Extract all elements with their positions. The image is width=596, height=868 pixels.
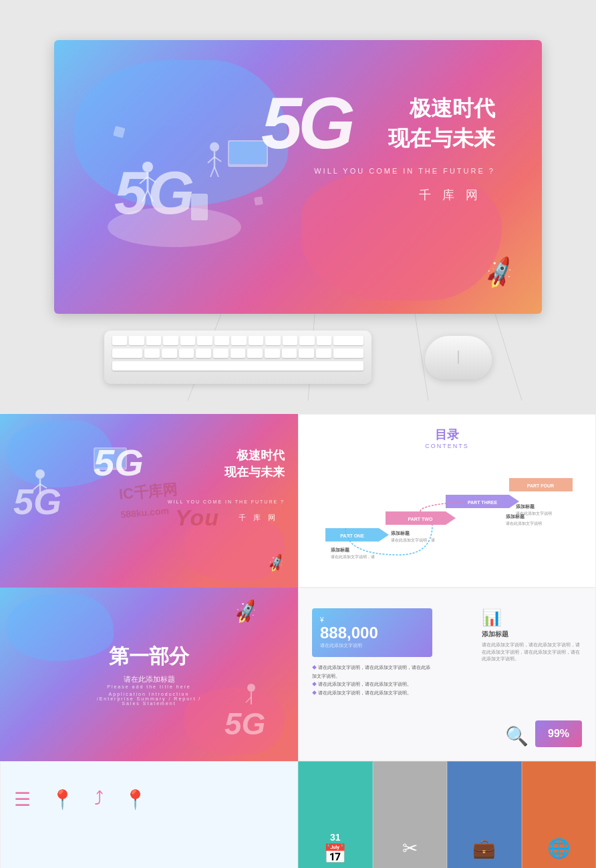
svg-line-45 <box>246 697 251 702</box>
svg-point-43 <box>247 684 255 692</box>
hero-subtitle-en: WILL YOU COME IN THE FUTURE ? <box>314 167 495 175</box>
scissors-icon: ✂ <box>402 837 418 859</box>
part1-rocket-icon: 🚀 <box>232 598 260 626</box>
key <box>214 336 229 345</box>
svg-text:添加标题: 添加标题 <box>391 530 410 535</box>
data-bullets: 请在此添加文字说明，请在此添加文字说明，请在此添加文字说明。 请在此添加文字说明… <box>312 664 432 697</box>
bottom-left-content: ☰ 📍 ⤴ 📍 <box>1 762 297 824</box>
key <box>112 336 127 345</box>
percent-box: 99% <box>535 720 582 747</box>
part1-en-subtitle: Application Introduction /Enterprise Sum… <box>89 692 209 706</box>
cell-briefcase: 💼 <box>447 761 522 868</box>
svg-line-12 <box>210 167 214 177</box>
hero-brand: 千 库 网 <box>419 187 482 203</box>
svg-text:5G: 5G <box>225 706 265 741</box>
svg-point-24 <box>35 469 45 479</box>
bottom-right-grid: 31 📅 ✂ 💼 🌐 <box>298 761 596 868</box>
svg-text:5G: 5G <box>114 160 194 226</box>
key <box>299 336 314 345</box>
spacebar-key <box>112 361 363 371</box>
key <box>163 336 178 345</box>
part1-sub-title: 请在此添加标题 <box>89 674 209 684</box>
mini-brand: 千 库 网 <box>239 513 278 523</box>
key <box>333 349 363 358</box>
bullet-2: 请在此添加文字说明，请在此添加文字说明。 <box>312 680 432 689</box>
svg-text:5G: 5G <box>13 481 61 521</box>
globe-icon: 🌐 <box>547 837 571 859</box>
mini-title-cn: 极速时代 现在与未来 <box>225 447 285 481</box>
slide-thumb-part1[interactable]: 🚀 5G 第一部分 请在此添加标题 Please add the title h… <box>0 588 298 761</box>
mini-blob2 <box>184 514 285 581</box>
key <box>283 336 297 345</box>
slide-thumb-bottom-left[interactable]: ☰ 📍 ⤴ 📍 <box>0 761 298 868</box>
contents-title: 目录 CONTENTS <box>425 427 469 449</box>
list-icon: ☰ <box>14 789 31 811</box>
data-right-panel: 📊 添加标题 请在此添加文字说明，请在此添加文字说明，请在此添加文字说明，请在此… <box>482 608 582 663</box>
yuan-amount: 888,000 <box>320 624 424 642</box>
hero-title-cn: 极速时代 现在与未来 <box>388 93 495 154</box>
key <box>146 336 161 345</box>
calendar-icon: 📅 <box>323 843 347 865</box>
svg-text:PART TWO: PART TWO <box>408 517 433 521</box>
slide-thumb-data[interactable]: ¥ 888,000 请在此添加文字说明 请在此添加文字说明，请在此添加文字说明，… <box>298 588 596 761</box>
mini-subtitle-en: WILL YOU COME IN THE FUTURE ? <box>168 499 285 504</box>
part1-en-title: Please add the title here <box>89 684 209 689</box>
slides-grid: 5G 5G 极速时代 现在与未来 WILL YOU COME IN THE FU… <box>0 414 596 868</box>
cell-globe: 🌐 <box>522 761 597 868</box>
data-add-desc: 请在此添加文字说明，请在此添加文字说明，请在此添加文字说明，请在此添加文字说明，… <box>482 642 582 663</box>
slide-thumb-title[interactable]: 5G 5G 极速时代 现在与未来 WILL YOU COME IN THE FU… <box>0 414 298 588</box>
svg-text:请在此添加文字说明: 请在此添加文字说明 <box>506 521 542 525</box>
svg-line-11 <box>214 157 221 162</box>
location-icon-blue: 📍 <box>51 789 74 811</box>
part1-main-title: 第一部分 <box>89 643 209 670</box>
desk-section <box>54 314 542 401</box>
hero-illustration: 5G <box>94 93 281 267</box>
key <box>112 349 142 358</box>
key <box>129 336 144 345</box>
svg-line-22 <box>495 314 522 401</box>
key <box>180 336 195 345</box>
key <box>265 349 280 358</box>
svg-text:添加标题: 添加标题 <box>331 547 349 552</box>
svg-rect-18 <box>254 196 263 206</box>
svg-rect-16 <box>191 194 208 220</box>
arrow-flow: PART ONE PART TWO PART THREE PART FOUR 添… <box>312 468 582 562</box>
key <box>247 349 263 358</box>
svg-line-10 <box>208 157 214 163</box>
calendar-date: 31 <box>330 832 341 843</box>
key <box>197 336 212 345</box>
search-icon: 🔍 <box>505 725 529 747</box>
svg-text:请在此添加文字说明: 请在此添加文字说明 <box>516 511 552 515</box>
key <box>196 349 211 358</box>
bullet-1: 请在此添加文字说明，请在此添加文字说明，请在此添加文字说明。 <box>312 664 432 680</box>
key <box>316 349 331 358</box>
mouse <box>425 336 492 379</box>
location-icons: ☰ 📍 ⤴ 📍 <box>14 775 284 811</box>
key <box>265 336 280 345</box>
svg-line-13 <box>214 167 218 177</box>
briefcase-icon: 💼 <box>472 837 496 859</box>
svg-point-2 <box>142 162 153 172</box>
key <box>179 349 194 358</box>
bullet-3: 请在此添加文字说明，请在此添加文字说明。 <box>312 689 432 698</box>
location-icon-orange: 📍 <box>124 789 147 811</box>
svg-text:PART ONE: PART ONE <box>340 533 364 538</box>
part1-title-block: 第一部分 请在此添加标题 Please add the title here A… <box>89 643 209 706</box>
share-icon: ⤴ <box>94 789 104 811</box>
key <box>162 349 177 358</box>
svg-rect-17 <box>113 126 125 138</box>
data-add-title: 添加标题 <box>482 630 582 639</box>
slide-thumb-contents[interactable]: 目录 CONTENTS PART ONE PART TWO PART THREE… <box>298 414 596 588</box>
slide-thumb-bottom-right[interactable]: 31 📅 ✂ 💼 🌐 <box>298 761 596 868</box>
key <box>333 336 363 345</box>
key <box>213 349 229 358</box>
key <box>249 336 263 345</box>
hero-slide: 5G 5G 极速时代 现在与未来 WILL YO <box>54 40 542 314</box>
svg-text:PART THREE: PART THREE <box>468 500 498 505</box>
key <box>144 349 160 358</box>
keyboard <box>104 331 371 384</box>
cell-calendar: 31 📅 <box>298 761 373 868</box>
key <box>231 349 246 358</box>
hero-5g-big: 5G <box>261 80 351 165</box>
key <box>299 349 314 358</box>
